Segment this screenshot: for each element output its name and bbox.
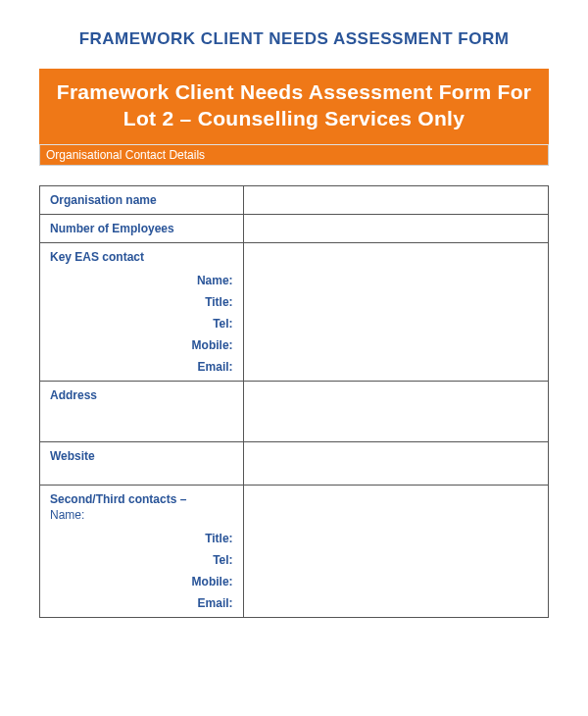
tel-sublabel2: Tel:: [50, 553, 233, 567]
address-label: Address: [40, 381, 244, 441]
email-sublabel2: Email:: [50, 596, 233, 610]
key-eas-value[interactable]: [243, 242, 548, 381]
page-title: FRAMEWORK CLIENT NEEDS ASSESSMENT FORM: [39, 29, 549, 49]
org-name-value[interactable]: [243, 185, 548, 214]
title-sublabel2: Title:: [50, 532, 233, 545]
mobile-sublabel: Mobile:: [50, 338, 233, 352]
second-third-main: Second/Third contacts –: [50, 492, 233, 506]
table-row: Website: [40, 441, 549, 485]
title-sublabel: Title:: [50, 295, 233, 309]
tel-sublabel: Tel:: [50, 317, 233, 331]
website-label: Website: [40, 441, 244, 485]
num-employees-label: Number of Employees: [40, 214, 244, 242]
mobile-sublabel2: Mobile:: [50, 575, 233, 588]
second-name-sublabel: Name:: [50, 508, 233, 522]
key-eas-label: Key EAS contact Name: Title: Tel: Mobile…: [40, 242, 244, 381]
table-row: Number of Employees: [40, 214, 549, 242]
table-row: Key EAS contact Name: Title: Tel: Mobile…: [40, 242, 549, 381]
second-third-label: Second/Third contacts – Name: Title: Tel…: [40, 485, 244, 617]
key-eas-main: Key EAS contact: [50, 250, 233, 264]
table-row: Organisation name: [40, 185, 549, 214]
second-third-value[interactable]: [243, 485, 548, 617]
spacer: [39, 166, 549, 185]
table-row: Second/Third contacts – Name: Title: Tel…: [40, 485, 549, 617]
website-value[interactable]: [243, 441, 548, 485]
org-name-label: Organisation name: [40, 185, 244, 214]
contact-details-table: Organisation name Number of Employees Ke…: [39, 185, 549, 618]
section-header: Organisational Contact Details: [39, 144, 549, 166]
address-value[interactable]: [243, 381, 548, 441]
num-employees-value[interactable]: [243, 214, 548, 242]
name-sublabel: Name:: [50, 274, 233, 287]
table-row: Address: [40, 381, 549, 441]
email-sublabel: Email:: [50, 360, 233, 374]
banner-title: Framework Client Needs Assessment Form F…: [39, 69, 549, 144]
